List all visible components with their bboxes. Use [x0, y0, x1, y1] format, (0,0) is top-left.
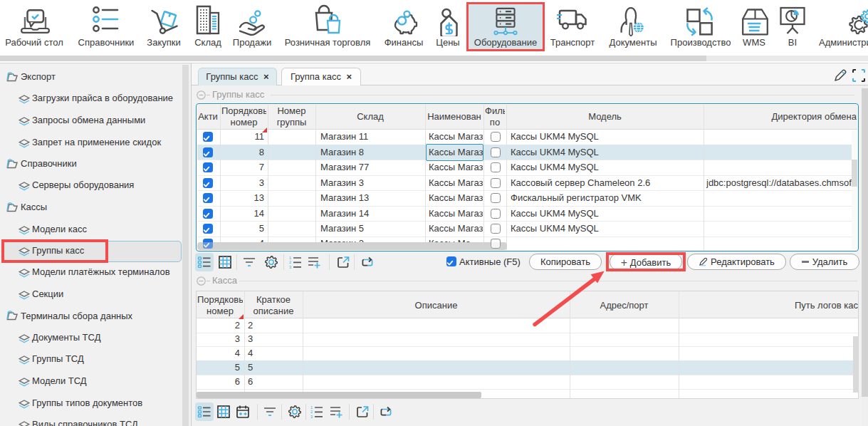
svg-text:3: 3	[289, 265, 291, 269]
svg-text:2: 2	[289, 260, 291, 264]
svg-text:1: 1	[310, 405, 313, 410]
svg-text:2: 2	[310, 410, 313, 414]
svg-text:3: 3	[310, 415, 313, 419]
svg-text:1: 1	[289, 256, 291, 260]
